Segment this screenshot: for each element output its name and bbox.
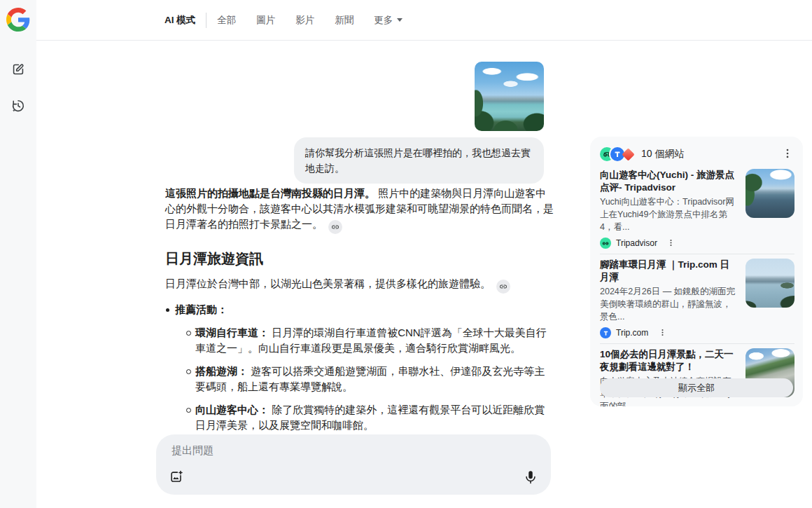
- section-heading: 日月潭旅遊資訊: [165, 249, 554, 268]
- panel-menu-button[interactable]: [780, 147, 794, 161]
- sources-panel: 10 個網站 向山遊客中心(Yuchi) - 旅游景点点评- Tripadvis…: [590, 137, 803, 406]
- answer-paragraph-1: 這張照片的拍攝地點是台灣南投縣的日月潭。 照片中的建築物與日月潭向山遊客中心的外…: [165, 186, 554, 234]
- citation-link-button[interactable]: [496, 280, 510, 294]
- result-source: Tripadvisor: [600, 237, 738, 249]
- kebab-menu-icon: [658, 328, 667, 337]
- tab-news[interactable]: 新聞: [335, 14, 354, 27]
- history-icon: [10, 98, 26, 114]
- new-chat-button[interactable]: [10, 62, 27, 78]
- tab-more-label: 更多: [374, 14, 393, 27]
- source-name: Tripadvisor: [616, 238, 657, 248]
- google-logo[interactable]: [6, 8, 30, 32]
- result-text: 腳踏車環日月潭 ｜Trip.com 日月潭 2024年2月26日 — 如鏡般的湖…: [600, 259, 738, 339]
- search-mode-tabs: AI 模式 全部 圖片 影片 新聞 更多: [164, 13, 423, 28]
- result-thumbnail: [746, 259, 794, 308]
- compose-icon: [10, 62, 26, 77]
- laihao-icon: [621, 147, 635, 161]
- sites-count-label: 10 個網站: [641, 148, 684, 160]
- result-title: 向山遊客中心(Yuchi) - 旅游景点点评- Tripadvisor: [600, 169, 738, 194]
- result-snippet: 2024年2月26日 — 如鏡般的湖面完美倒映著環繞的群山，靜謐無波，景色...: [600, 285, 738, 323]
- activities-list: 推薦活動： 環湖自行車道： 日月潭的環湖自行車道曾被CNN評選為「全球十大最美自…: [165, 302, 554, 433]
- google-g-icon: [6, 8, 30, 32]
- list-title: 推薦活動：: [175, 303, 227, 315]
- favicon-stack: [600, 147, 635, 161]
- tab-all[interactable]: 全部: [217, 14, 236, 27]
- answer-paragraph-2: 日月潭位於台灣中部，以湖光山色美景著稱，提供多樣化的旅遊體驗。: [165, 276, 554, 294]
- list-item: 推薦活動： 環湖自行車道： 日月潭的環湖自行車道曾被CNN評選為「全球十大最美自…: [165, 302, 554, 433]
- google-ai-mode-page: AI 模式 全部 圖片 影片 新聞 更多 請你幫我分析這張照片是在哪裡拍的，我也…: [0, 0, 812, 508]
- result-text: 10個必去的日月潭景點，二天一夜規劃看這邊就對了！ 向山遊客中心及水社綜合商場設…: [600, 348, 738, 406]
- list-item: 向山遊客中心： 除了欣賞獨特的建築外，這裡還有觀景平台可以近距離欣賞日月潭美景，…: [175, 402, 554, 433]
- tripadvisor-icon: [600, 238, 611, 249]
- activity-label: 搭船遊湖：: [195, 365, 248, 377]
- history-button[interactable]: [10, 98, 27, 115]
- result-menu-button[interactable]: [657, 328, 667, 338]
- list-item: 搭船遊湖： 遊客可以搭乘交通船遊覽湖面，串聯水社、伊達邵及玄光寺等主要碼頭，船上…: [175, 364, 554, 394]
- tab-videos[interactable]: 影片: [295, 14, 314, 27]
- result-thumbnail: [746, 169, 794, 218]
- result-source: Trip.com: [600, 327, 738, 339]
- result-menu-button[interactable]: [666, 238, 676, 248]
- result-snippet: Yuchi向山遊客中心：Tripadvisor网上在Yuchi49个旅游景点中排…: [600, 195, 738, 233]
- source-result[interactable]: 向山遊客中心(Yuchi) - 旅游景点点评- Tripadvisor Yuch…: [600, 165, 794, 254]
- link-icon: [331, 223, 340, 231]
- kebab-menu-icon: [781, 147, 794, 160]
- tripcom-icon: [600, 327, 611, 338]
- tab-more[interactable]: 更多: [374, 14, 402, 27]
- question-input[interactable]: [170, 444, 481, 457]
- microphone-icon: [523, 469, 538, 485]
- source-name: Trip.com: [616, 328, 648, 338]
- topbar: AI 模式 全部 圖片 影片 新聞 更多: [36, 0, 812, 41]
- add-image-button[interactable]: [168, 469, 185, 486]
- sources-header: 10 個網站: [600, 146, 794, 162]
- ai-answer: 這張照片的拍攝地點是台灣南投縣的日月潭。 照片中的建築物與日月潭向山遊客中心的外…: [165, 186, 554, 441]
- activity-text: 遊客可以搭乘交通船遊覽湖面，串聯水社、伊達邵及玄光寺等主要碼頭，船上還有專業導覽…: [195, 365, 545, 392]
- tab-ai-mode[interactable]: AI 模式: [164, 14, 195, 27]
- citation-link-button[interactable]: [328, 220, 342, 234]
- tab-images[interactable]: 圖片: [256, 14, 275, 27]
- result-text: 向山遊客中心(Yuchi) - 旅游景点点评- Tripadvisor Yuch…: [600, 169, 738, 249]
- list-item: 環湖自行車道： 日月潭的環湖自行車道曾被CNN評選為「全球十大最美自行車道之一」…: [175, 325, 554, 356]
- nav-divider: [206, 13, 206, 28]
- answer-p2-text: 日月潭位於台灣中部，以湖光山色美景著稱，提供多樣化的旅遊體驗。: [165, 277, 491, 289]
- question-composer: [156, 434, 551, 495]
- uploaded-photo-thumbnail[interactable]: [475, 62, 544, 131]
- link-icon: [499, 282, 507, 291]
- kebab-menu-icon: [666, 238, 676, 247]
- answer-lead-bold: 這張照片的拍攝地點是台灣南投縣的日月潭。: [165, 187, 375, 199]
- activities-sub-list: 環湖自行車道： 日月潭的環湖自行車道曾被CNN評選為「全球十大最美自行車道之一」…: [175, 325, 554, 433]
- result-title: 10個必去的日月潭景點，二天一夜規劃看這邊就對了！: [600, 348, 738, 373]
- result-title: 腳踏車環日月潭 ｜Trip.com 日月潭: [600, 259, 738, 284]
- chevron-down-icon: [397, 18, 402, 22]
- add-image-icon: [169, 469, 184, 485]
- mic-button[interactable]: [522, 469, 539, 486]
- show-all-button[interactable]: 顯示全部: [600, 378, 793, 397]
- user-message-text: 請你幫我分析這張照片是在哪裡拍的，我也想過去實地走訪。: [305, 147, 531, 174]
- left-rail: [0, 0, 36, 508]
- activity-label: 環湖自行車道：: [195, 327, 269, 338]
- source-result[interactable]: 腳踏車環日月潭 ｜Trip.com 日月潭 2024年2月26日 — 如鏡般的湖…: [600, 254, 794, 344]
- user-message-bubble: 請你幫我分析這張照片是在哪裡拍的，我也想過去實地走訪。: [294, 137, 544, 184]
- activity-label: 向山遊客中心：: [195, 404, 269, 416]
